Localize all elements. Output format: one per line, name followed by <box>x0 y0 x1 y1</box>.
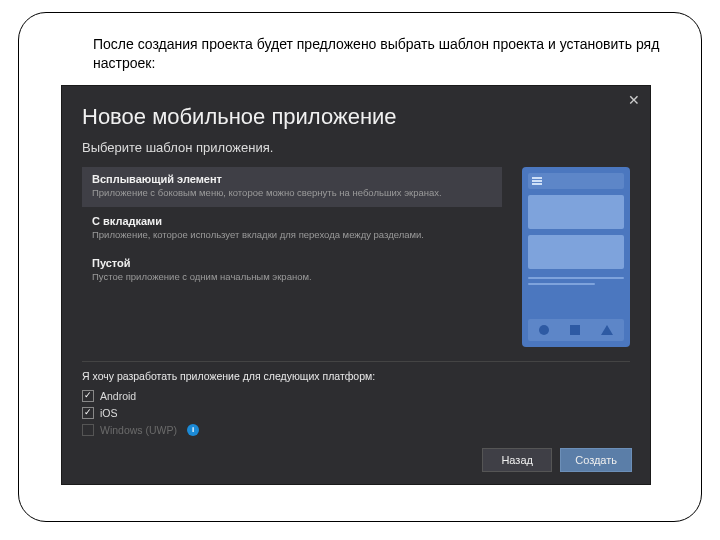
dialog-footer: Назад Создать <box>482 448 632 472</box>
hamburger-icon <box>532 177 542 185</box>
template-desc: Приложение с боковым меню, которое можно… <box>92 187 492 199</box>
square-icon <box>570 325 580 335</box>
template-blank[interactable]: Пустой Пустое приложение с одним начальн… <box>82 251 502 291</box>
template-name: Пустой <box>92 257 492 269</box>
preview-navbar <box>528 319 624 341</box>
close-button[interactable]: ✕ <box>628 92 640 108</box>
create-button[interactable]: Создать <box>560 448 632 472</box>
platforms-section: Я хочу разработать приложение для следую… <box>62 370 650 436</box>
platform-name: Windows (UWP) <box>100 424 177 436</box>
template-list: Всплывающий элемент Приложение с боковым… <box>82 167 502 347</box>
platform-windows-uwp: Windows (UWP) i <box>82 424 630 436</box>
checkbox-icon: ✓ <box>82 407 94 419</box>
triangle-icon <box>601 325 613 335</box>
platforms-label: Я хочу разработать приложение для следую… <box>82 370 630 382</box>
new-mobile-app-dialog: ✕ Новое мобильное приложение Выберите ша… <box>61 85 651 485</box>
slide-caption: После создания проекта будет предложено … <box>93 35 669 73</box>
info-icon[interactable]: i <box>187 424 199 436</box>
checkbox-icon: ✓ <box>82 390 94 402</box>
template-flyout[interactable]: Всплывающий элемент Приложение с боковым… <box>82 167 502 207</box>
platform-android[interactable]: ✓ Android <box>82 390 630 402</box>
preview-card <box>528 195 624 229</box>
platform-name: iOS <box>100 407 118 419</box>
platform-name: Android <box>100 390 136 402</box>
preview-card <box>528 235 624 269</box>
preview-topbar <box>528 173 624 189</box>
dialog-title: Новое мобильное приложение <box>62 86 650 136</box>
template-desc: Приложение, которое использует вкладки д… <box>92 229 492 241</box>
back-button[interactable]: Назад <box>482 448 552 472</box>
template-desc: Пустое приложение с одним начальным экра… <box>92 271 492 283</box>
dialog-subtitle: Выберите шаблон приложения. <box>62 136 650 167</box>
template-name: С вкладками <box>92 215 492 227</box>
divider <box>82 361 630 362</box>
checkbox-icon <box>82 424 94 436</box>
platform-ios[interactable]: ✓ iOS <box>82 407 630 419</box>
slide-frame: После создания проекта будет предложено … <box>18 12 702 522</box>
template-tabbed[interactable]: С вкладками Приложение, которое использу… <box>82 209 502 249</box>
template-name: Всплывающий элемент <box>92 173 492 185</box>
circle-icon <box>539 325 549 335</box>
template-preview <box>522 167 630 347</box>
preview-lines <box>528 277 624 285</box>
